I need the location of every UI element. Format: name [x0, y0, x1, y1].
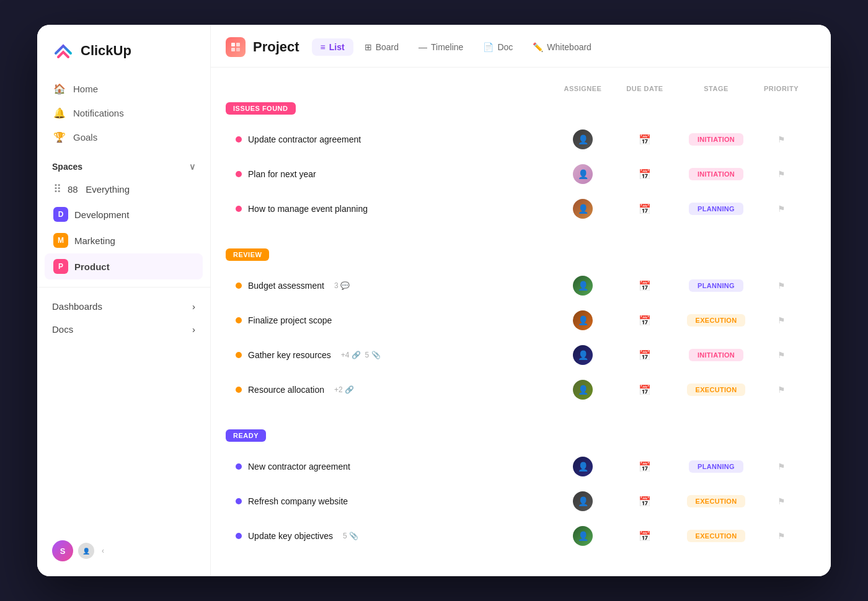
- col-priority: PRIORITY: [756, 85, 806, 92]
- tab-board[interactable]: ⊞ Board: [356, 38, 407, 56]
- table-row[interactable]: How to manage event planning 👤 📅 PLANNIN…: [226, 191, 816, 226]
- col-stage: STAGE: [676, 85, 756, 92]
- due-date-cell: 📅: [614, 384, 676, 396]
- tab-doc[interactable]: 📄 Doc: [474, 38, 521, 56]
- badge-ready: READY: [226, 429, 266, 442]
- assignee-cell: 👤: [552, 526, 614, 546]
- sidebar-divider: [37, 287, 210, 287]
- calendar-icon: 📅: [639, 169, 651, 180]
- sidebar-nav: 🏠 Home 🔔 Notifications 🏆 Goals: [37, 77, 210, 149]
- table-row[interactable]: Finalize project scope 👤 📅 EXECUTION ⚑: [226, 303, 816, 338]
- doc-icon: 📄: [483, 42, 494, 52]
- task-name: Update key objectives: [248, 531, 333, 541]
- sidebar-item-home[interactable]: 🏠 Home: [45, 77, 203, 101]
- nav-label-notifications: Notifications: [73, 108, 124, 118]
- stage-cell: EXECUTION: [676, 530, 756, 542]
- col-due-date: DUE DATE: [614, 85, 676, 92]
- logo-area: ClickUp: [37, 40, 210, 77]
- product-label: Product: [74, 261, 110, 272]
- assignee-cell: 👤: [552, 164, 614, 184]
- priority-cell: ⚑: [756, 350, 806, 360]
- dashboards-label: Dashboards: [52, 301, 102, 312]
- avatar: 👤: [573, 164, 593, 184]
- table-row[interactable]: Update contractor agreement 👤 📅 INITIATI…: [226, 122, 816, 157]
- section-header-issues: ISSUES FOUND: [226, 97, 816, 120]
- sidebar-item-marketing[interactable]: M Marketing: [45, 227, 203, 253]
- table-header: ASSIGNEE DUE DATE STAGE PRIORITY: [226, 80, 816, 97]
- task-name-cell: New contractor agreement: [236, 462, 552, 472]
- sidebar-item-docs[interactable]: Docs ›: [37, 318, 210, 341]
- sidebar-item-product[interactable]: P Product: [45, 253, 203, 279]
- svg-rect-3: [236, 48, 240, 51]
- task-dot-yellow: [236, 352, 242, 358]
- flag-icon: ⚑: [777, 204, 786, 214]
- priority-cell: ⚑: [756, 315, 806, 325]
- assignee-cell: 👤: [552, 457, 614, 476]
- section-ready: READY New contractor agreement 👤 📅 PLANN…: [226, 424, 816, 553]
- flag-icon: ⚑: [777, 315, 786, 325]
- sidebar-item-notifications[interactable]: 🔔 Notifications: [45, 101, 203, 125]
- col-assignee: ASSIGNEE: [552, 85, 614, 92]
- main-content: Project ≡ List ⊞ Board — Timeline 📄 Doc …: [211, 25, 831, 576]
- task-count: +2 🔗: [334, 385, 354, 394]
- task-name: Update contractor agreement: [248, 134, 361, 144]
- task-name: How to manage event planning: [248, 204, 368, 214]
- flag-icon: ⚑: [777, 462, 786, 472]
- svg-rect-1: [236, 43, 240, 46]
- user-avatar-secondary[interactable]: 👤: [78, 543, 94, 559]
- calendar-icon: 📅: [639, 203, 651, 215]
- spaces-label: Spaces: [52, 162, 82, 172]
- stage-badge: PLANNING: [689, 279, 743, 292]
- assignee-cell: 👤: [552, 310, 614, 330]
- table-row[interactable]: Plan for next year 👤 📅 INITIATION ⚑: [226, 157, 816, 191]
- due-date-cell: 📅: [614, 169, 676, 180]
- tab-label-whiteboard: Whiteboard: [547, 42, 591, 52]
- avatar: 👤: [573, 199, 593, 219]
- task-name-cell: Refresh company website: [236, 496, 552, 506]
- priority-cell: ⚑: [756, 496, 806, 506]
- nav-label-home: Home: [73, 84, 98, 94]
- table-row[interactable]: Refresh company website 👤 📅 EXECUTION ⚑: [226, 484, 816, 519]
- tab-list[interactable]: ≡ List: [312, 38, 353, 56]
- tab-label-doc: Doc: [497, 42, 513, 52]
- task-dot-yellow: [236, 283, 242, 289]
- sidebar: ClickUp 🏠 Home 🔔 Notifications 🏆 Goals S…: [37, 25, 211, 576]
- table-row[interactable]: Gather key resources +4 🔗 5 📎 👤 📅 INITIA…: [226, 338, 816, 372]
- bell-icon: 🔔: [53, 107, 66, 119]
- tab-whiteboard[interactable]: ✏️ Whiteboard: [524, 38, 600, 56]
- priority-cell: ⚑: [756, 462, 806, 472]
- table-row[interactable]: Update key objectives 5 📎 👤 📅 EXECUTION: [226, 519, 816, 553]
- assignee-cell: 👤: [552, 491, 614, 511]
- sidebar-item-development[interactable]: D Development: [45, 201, 203, 227]
- task-count: 5 📎: [343, 532, 358, 540]
- sidebar-item-dashboards[interactable]: Dashboards ›: [37, 295, 210, 318]
- task-name-cell: Resource allocation +2 🔗: [236, 385, 552, 395]
- task-name-cell: Plan for next year: [236, 169, 552, 179]
- table-row[interactable]: Budget assessment 3 💬 👤 📅 PLANNING: [226, 268, 816, 303]
- app-container: ClickUp 🏠 Home 🔔 Notifications 🏆 Goals S…: [37, 25, 831, 576]
- user-menu-arrow[interactable]: ‹: [102, 546, 104, 555]
- task-meta: 3 💬: [334, 281, 350, 290]
- table-row[interactable]: Resource allocation +2 🔗 👤 📅 EXECUTION: [226, 372, 816, 407]
- assignee-cell: 👤: [552, 276, 614, 296]
- stage-badge: PLANNING: [689, 203, 743, 215]
- tab-timeline[interactable]: — Timeline: [410, 38, 472, 56]
- assignee-cell: 👤: [552, 380, 614, 400]
- stage-cell: EXECUTION: [676, 314, 756, 327]
- sidebar-bottom: S 👤 ‹: [37, 540, 210, 561]
- due-date-cell: 📅: [614, 461, 676, 473]
- task-name: Budget assessment: [248, 281, 324, 291]
- stage-badge: PLANNING: [689, 460, 743, 473]
- table-row[interactable]: New contractor agreement 👤 📅 PLANNING ⚑: [226, 449, 816, 484]
- stage-cell: PLANNING: [676, 460, 756, 473]
- due-date-cell: 📅: [614, 280, 676, 292]
- task-dot-yellow: [236, 387, 242, 393]
- priority-cell: ⚑: [756, 169, 806, 179]
- goals-icon: 🏆: [53, 131, 66, 143]
- sidebar-item-everything[interactable]: ⠿ 88 Everything: [45, 177, 203, 201]
- assignee-cell: 👤: [552, 129, 614, 149]
- sidebar-item-goals[interactable]: 🏆 Goals: [45, 125, 203, 149]
- chevron-down-icon[interactable]: ∨: [189, 162, 195, 172]
- user-avatar-primary[interactable]: S: [52, 540, 73, 561]
- stage-badge: EXECUTION: [687, 384, 746, 396]
